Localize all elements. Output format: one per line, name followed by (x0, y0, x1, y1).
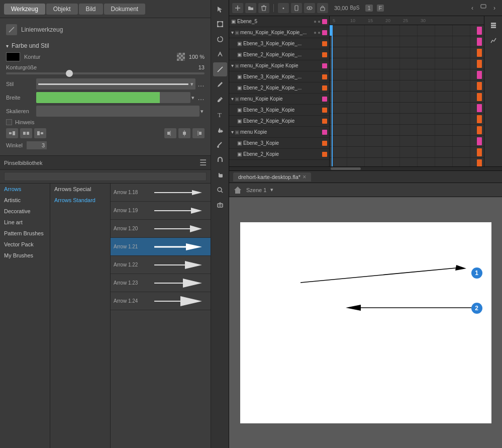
frame-row-2[interactable] (330, 47, 484, 58)
breite-dropdown-arrow[interactable]: ▾ (191, 95, 194, 101)
frame-row-3[interactable] (330, 58, 484, 69)
tl-nav-prev-button[interactable]: ‹ (468, 4, 477, 13)
cat-arrows-standard[interactable]: Arrows Standard (50, 195, 110, 206)
skalieren-select[interactable] (36, 106, 199, 117)
brush-item-arrow-123[interactable]: Arrow 1.23 (111, 274, 211, 292)
rt-layers-button[interactable] (486, 18, 500, 32)
tl-eye-button[interactable] (304, 3, 315, 13)
cat-arrows-special[interactable]: Arrows Special (50, 184, 110, 195)
lasso-tool-button[interactable] (213, 32, 227, 46)
layer-row-ebene5[interactable]: ▣ Ebene_5 ● ● (229, 16, 329, 27)
layer-row-ebene3c[interactable]: ▣ Ebene_3_Kopie_Kopie (229, 105, 329, 116)
slider-track[interactable] (6, 72, 205, 74)
brush-item-arrow-124[interactable]: Arrow 1.24 (111, 292, 211, 310)
breite-bar-container[interactable] (36, 92, 190, 103)
close-tab-button[interactable]: × (303, 173, 306, 181)
stil-dropdown-arrow[interactable]: ▾ (190, 81, 193, 87)
tab-dokument[interactable]: Dokument (104, 4, 146, 15)
layer-row-ebene2b[interactable]: ▣ Ebene_2_Kopie_Kopie_... (229, 82, 329, 94)
cat-lineart[interactable]: Line art (0, 217, 50, 228)
frame-row-4[interactable] (330, 69, 484, 80)
tl-frame-display: 1 (365, 5, 372, 12)
cat-artistic[interactable]: Artistic (0, 195, 50, 206)
tl-add-layer-button[interactable] (232, 3, 243, 13)
layer-row-group4[interactable]: ▾ ▣ menu Kopie (229, 127, 329, 138)
hinweis-checkbox[interactable] (6, 119, 12, 125)
cat-pattern-brushes[interactable]: Pattern Brushes (0, 228, 50, 239)
select-tool-button[interactable] (213, 2, 227, 16)
frame-row-9[interactable] (330, 125, 484, 136)
scene-dropdown-arrow[interactable]: ▾ (270, 187, 273, 193)
tab-werkzeug[interactable]: Werkzeug (4, 4, 45, 15)
brush-item-arrow-121[interactable]: Arrow 1.21 (111, 238, 211, 256)
pencil-tool-button[interactable] (213, 93, 227, 107)
pen-tool-button[interactable] (213, 47, 227, 61)
layer-row-group3[interactable]: ▾ ▣ menu_Kopie Kopie (229, 94, 329, 105)
kontur-color-swatch[interactable] (6, 52, 20, 61)
eyedropper-button[interactable] (213, 138, 227, 152)
pinsel-search-input[interactable] (4, 172, 207, 181)
hand-tool-button[interactable] (213, 168, 227, 182)
layer-row-ebene3a[interactable]: ▣ Ebene_3_Kopie_Kopie_... (229, 38, 329, 49)
layer-row-group2[interactable]: ▾ ▣ menu_Kopie_Kopie Kopie (229, 60, 329, 71)
align-btn-3[interactable] (34, 128, 46, 138)
tl-lock-button[interactable] (317, 3, 328, 13)
frame-row-7[interactable] (330, 103, 484, 114)
frame-row-12[interactable] (330, 158, 484, 166)
camera-tool-button[interactable] (213, 198, 227, 212)
align-btn-6[interactable] (192, 128, 205, 138)
cat-vector-pack[interactable]: Vector Pack (0, 239, 50, 250)
layer-row-ebene3d[interactable]: ▣ Ebene_3_Kopie (229, 138, 329, 149)
stil-more-button[interactable]: … (197, 80, 205, 88)
transform-tool-button[interactable] (213, 17, 227, 31)
zoom-tool-button[interactable] (213, 183, 227, 197)
rt-graph-button[interactable] (486, 33, 500, 47)
frame-row-11[interactable] (330, 147, 484, 158)
layer-row-ebene2a[interactable]: ▣ Ebene_2_Kopie_Kopie_... (229, 49, 329, 60)
tl-phone-button[interactable] (291, 3, 302, 13)
cat-my-brushes[interactable]: My Brushes (0, 250, 50, 261)
brush-item-arrow-122[interactable]: Arrow 1.22 (111, 256, 211, 274)
frames-panel[interactable]: 5 10 15 20 25 30 (330, 16, 484, 166)
tl-nav-next-button[interactable]: › (490, 4, 499, 13)
tl-nav-settings-button[interactable] (479, 4, 488, 13)
align-btn-2[interactable] (20, 128, 32, 138)
scrollbar-thumb[interactable] (331, 167, 361, 170)
align-btn-1[interactable] (6, 128, 18, 138)
layer-row-ebene3b[interactable]: ▣ Ebene_3_Kopie_Kopie_... (229, 71, 329, 82)
frame-row-5[interactable] (330, 80, 484, 92)
timeline-scrollbar[interactable] (229, 166, 502, 170)
align-btn-5[interactable] (178, 128, 190, 138)
tl-keyframe-button[interactable]: • (278, 3, 289, 13)
pinsel-menu-button[interactable]: ☰ (199, 158, 207, 167)
winkel-input[interactable] (27, 141, 47, 149)
align-btn-4[interactable] (164, 128, 176, 138)
text-tool-button[interactable]: T (213, 108, 227, 122)
skalieren-dropdown-arrow[interactable]: ▾ (200, 108, 204, 115)
frame-row-0[interactable] (330, 25, 484, 36)
layer-row-group1[interactable]: ▾ ▣ menu_Kopie_Kopie_Kopie_... ● ● (229, 27, 329, 38)
slider-thumb[interactable] (66, 70, 73, 77)
line-tool-button[interactable] (213, 62, 227, 76)
breite-more-button[interactable]: … (197, 94, 205, 102)
cat-arrows[interactable]: Arrows (0, 184, 50, 195)
brush-item-arrow-119[interactable]: Arrow 1.19 (111, 202, 211, 220)
group-arrow-icon-1: ▾ (231, 30, 234, 35)
layer-row-ebene2c[interactable]: ▣ Ebene_2_Kopie_Kopie (229, 116, 329, 127)
tab-objekt[interactable]: Objekt (46, 4, 78, 15)
tl-folder-button[interactable] (245, 3, 256, 13)
frame-row-10[interactable] (330, 136, 484, 147)
frame-row-6[interactable] (330, 92, 484, 103)
frame-row-8[interactable] (330, 114, 484, 125)
tab-bild[interactable]: Bild (79, 4, 103, 15)
frame-row-1[interactable] (330, 36, 484, 47)
tl-delete-button[interactable] (258, 3, 269, 13)
brush-item-arrow-120[interactable]: Arrow 1.20 (111, 220, 211, 238)
paint-bucket-button[interactable] (213, 123, 227, 137)
brush-item-arrow-118[interactable]: Arrow 1.18 (111, 184, 211, 202)
cat-decorative[interactable]: Decorative (0, 206, 50, 217)
file-tab[interactable]: drehort-karte-desktop.fla* × (233, 172, 311, 182)
brush-tool-button[interactable] (213, 77, 227, 92)
layer-row-ebene2d[interactable]: ▣ Ebene_2_Kopie (229, 149, 329, 160)
magnet-button[interactable] (213, 153, 227, 167)
